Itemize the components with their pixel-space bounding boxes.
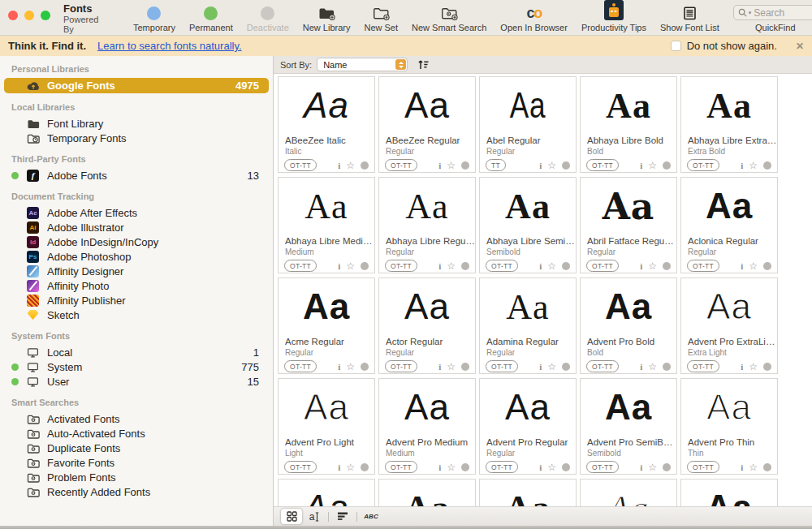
font-card-partial[interactable]: Aa i ☆	[278, 479, 375, 506]
info-icon[interactable]: i	[640, 362, 642, 372]
font-card-adamina-regular[interactable]: Aa Adamina Regular Regular OT-TT i ☆	[479, 277, 577, 374]
new-library-button[interactable]: New Library	[303, 2, 351, 32]
sidebar-item-duplicate-fonts[interactable]: Duplicate Fonts	[4, 441, 269, 455]
info-icon[interactable]: i	[438, 161, 441, 170]
font-card-advent-pro-thin[interactable]: Aa Advent Pro Thin Thin OT-TT i ☆	[680, 378, 778, 475]
temporary-activate-button[interactable]: Temporary	[133, 2, 175, 32]
sidebar-item-auto-activated-fonts[interactable]: Auto-Activated Fonts	[4, 426, 269, 441]
info-icon[interactable]: i	[539, 261, 542, 271]
font-card-partial[interactable]: Aa i ☆	[378, 479, 476, 506]
tile-view-button[interactable]	[281, 509, 302, 524]
activation-dot-icon[interactable]	[663, 363, 671, 371]
info-icon[interactable]: i	[438, 261, 441, 271]
activation-dot-icon[interactable]	[763, 363, 771, 371]
new-smart-search-button[interactable]: New Smart Search	[412, 2, 486, 32]
minimize-window-button[interactable]	[24, 11, 34, 20]
open-in-browser-button[interactable]: co Open In Browser	[500, 2, 568, 32]
font-card-advent-pro-bold[interactable]: Aa Advent Pro Bold Bold OT-TT i ☆	[580, 277, 677, 374]
activation-dot-icon[interactable]	[361, 262, 369, 270]
activation-dot-icon[interactable]	[663, 463, 671, 471]
font-card-abeezee-regular[interactable]: Aa ABeeZee Regular Regular OT-TT i ☆	[378, 76, 476, 173]
font-card-partial[interactable]: Aa i ☆	[479, 479, 577, 506]
info-icon[interactable]: i	[338, 362, 340, 372]
favorite-star-icon[interactable]: ☆	[547, 463, 556, 471]
zoom-window-button[interactable]	[41, 11, 50, 20]
activation-dot-icon[interactable]	[663, 262, 671, 270]
close-window-button[interactable]	[8, 11, 18, 20]
activation-dot-icon[interactable]	[361, 363, 369, 371]
sort-by-dropdown[interactable]: Name	[317, 58, 408, 71]
sidebar-item-adobe-illustrator[interactable]: Ai Adobe Illustrator	[4, 220, 269, 234]
info-icon[interactable]: i	[539, 462, 542, 472]
info-icon[interactable]: i	[640, 161, 642, 170]
font-card-acme-regular[interactable]: Aa Acme Regular Regular OT-TT i ☆	[278, 277, 375, 374]
activation-dot-icon[interactable]	[562, 161, 570, 170]
permanent-activate-button[interactable]: Permanent	[189, 2, 233, 32]
favorite-star-icon[interactable]: ☆	[447, 161, 456, 170]
info-icon[interactable]: i	[741, 462, 743, 472]
favorite-star-icon[interactable]: ☆	[648, 262, 657, 270]
text-preview-view-button[interactable]: a	[304, 509, 325, 524]
activation-dot-icon[interactable]	[763, 262, 771, 270]
favorite-star-icon[interactable]: ☆	[648, 463, 657, 471]
favorite-star-icon[interactable]: ☆	[547, 262, 556, 270]
favorite-star-icon[interactable]: ☆	[346, 463, 355, 471]
info-icon[interactable]: i	[338, 462, 340, 472]
sidebar-item-problem-fonts[interactable]: Problem Fonts	[4, 470, 269, 484]
activation-dot-icon[interactable]	[763, 463, 771, 471]
info-icon[interactable]: i	[338, 161, 340, 170]
activation-dot-icon[interactable]	[763, 161, 771, 170]
waterfall-view-button[interactable]	[332, 509, 353, 524]
info-icon[interactable]: i	[438, 462, 441, 472]
font-card-aclonica-regular[interactable]: Aa Aclonica Regular Regular OT-TT i ☆	[680, 177, 778, 273]
info-icon[interactable]: i	[640, 462, 642, 472]
sidebar-item-adobe-fonts[interactable]: f Adobe Fonts 13	[4, 168, 269, 183]
activation-dot-icon[interactable]	[361, 463, 369, 471]
info-icon[interactable]: i	[539, 161, 542, 170]
sidebar-item-affinity-designer[interactable]: Affinity Designer	[4, 264, 269, 278]
font-card-advent-pro-semib[interactable]: Aa Advent Pro SemiB… Semibold OT-TT i ☆	[580, 378, 677, 475]
quickfind-search-input[interactable]: ▾ Search	[733, 5, 812, 20]
font-card-abhaya-libre-regu[interactable]: Aa Abhaya Libre Regu… Regular OT-TT i ☆	[378, 177, 476, 273]
sidebar-item-affinity-photo[interactable]: Affinity Photo	[4, 278, 269, 293]
favorite-star-icon[interactable]: ☆	[749, 161, 758, 170]
favorite-star-icon[interactable]: ☆	[749, 262, 758, 270]
sidebar-item-adobe-after-effects[interactable]: Ae Adobe After Effects	[4, 205, 269, 220]
info-icon[interactable]: i	[741, 261, 743, 271]
show-font-list-button[interactable]: Show Font List	[660, 2, 719, 32]
font-card-abhaya-libre-extra[interactable]: Aa Abhaya Libre Extra… Extra Bold OT-TT …	[680, 76, 778, 173]
activation-dot-icon[interactable]	[562, 363, 570, 371]
info-icon[interactable]: i	[741, 161, 743, 170]
font-card-abel-regular[interactable]: Aa Abel Regular Regular TT i ☆	[479, 76, 577, 173]
favorite-star-icon[interactable]: ☆	[447, 262, 456, 270]
favorite-star-icon[interactable]: ☆	[447, 463, 456, 471]
font-card-abhaya-libre-medi[interactable]: Aa Abhaya Libre Medi… Medium OT-TT i ☆	[278, 177, 375, 273]
sidebar-item-user[interactable]: User 15	[4, 374, 269, 389]
favorite-star-icon[interactable]: ☆	[648, 363, 657, 371]
favorite-star-icon[interactable]: ☆	[648, 161, 657, 170]
activation-dot-icon[interactable]	[562, 463, 570, 471]
favorite-star-icon[interactable]: ☆	[749, 363, 758, 371]
activation-dot-icon[interactable]	[461, 363, 469, 371]
activation-dot-icon[interactable]	[361, 161, 369, 170]
activation-dot-icon[interactable]	[461, 262, 469, 270]
font-card-abeezee-italic[interactable]: Aa ABeeZee Italic Italic OT-TT i ☆	[278, 76, 375, 173]
sidebar-item-affinity-publisher[interactable]: Affinity Publisher	[4, 293, 269, 308]
font-card-abril-fatface-regu[interactable]: Aa Abril Fatface Regu… Regular OT-TT i ☆	[580, 177, 677, 273]
favorite-star-icon[interactable]: ☆	[346, 262, 355, 270]
banner-close-icon[interactable]: ✕	[796, 41, 804, 52]
info-icon[interactable]: i	[741, 362, 743, 372]
favorite-star-icon[interactable]: ☆	[346, 363, 355, 371]
sidebar-item-system[interactable]: System 775	[4, 359, 269, 374]
sidebar-item-adobe-photoshop[interactable]: Ps Adobe Photoshop	[4, 249, 269, 264]
sort-order-button[interactable]	[417, 59, 430, 70]
activation-dot-icon[interactable]	[461, 463, 469, 471]
font-card-advent-pro-light[interactable]: Aa Advent Pro Light Light OT-TT i ☆	[278, 378, 375, 475]
favorite-star-icon[interactable]: ☆	[346, 161, 355, 170]
sidebar-item-favorite-fonts[interactable]: Favorite Fonts	[4, 455, 269, 470]
font-card-advent-pro-medium[interactable]: Aa Advent Pro Medium Medium OT-TT i ☆	[378, 378, 476, 475]
sidebar-item-temporary-fonts[interactable]: Temporary Fonts	[4, 131, 269, 145]
sidebar-item-google-fonts[interactable]: Google Fonts 4975	[4, 78, 269, 93]
sidebar-item-font-library[interactable]: Font Library	[4, 116, 269, 131]
font-card-advent-pro-extrali[interactable]: Aa Advent Pro ExtraLi… Extra Light OT-TT…	[680, 277, 778, 374]
